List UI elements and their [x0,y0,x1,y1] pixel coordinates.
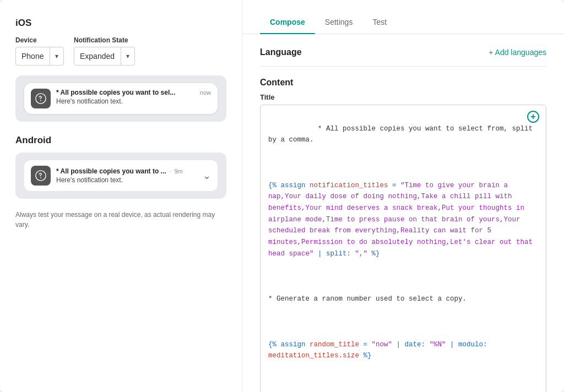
language-row: Language + Add languages [260,47,546,67]
ios-notif-title: * All possible copies you want to sel... [56,89,175,96]
android-notif-body: Here's notification text. [56,176,197,184]
android-expand-icon: ⌄ [203,170,211,182]
language-label: Language [260,47,302,57]
device-chevron-icon: ▾ [50,52,63,60]
android-notif-title: * All possible copies you want to ... [56,167,166,175]
code-modulo: | modulo: [446,341,492,349]
code-split: | split: [314,250,355,258]
code-str-2: "now" [372,341,393,349]
ios-title: iOS [15,18,226,29]
android-app-icon [31,166,51,186]
code-str-1: "Time to give your brain a nap,Your dail… [268,182,537,258]
svg-point-0 [36,94,46,104]
ios-app-icon [31,89,51,108]
title-field-label: Title [260,93,546,101]
code-assign-2: {% assign [268,341,310,349]
android-notif-content: * All possible copies you want to ... · … [56,167,197,184]
tab-settings[interactable]: Settings [315,11,363,34]
state-select[interactable]: Expanded Collapsed [74,48,121,64]
code-eq2: = [359,341,372,349]
title-code-content[interactable]: * All possible copies you want to select… [268,112,538,392]
comment-2: * Generate a ranom number used to select… [268,295,467,303]
android-notif-time: 9m [174,168,182,175]
ios-notif-body: Here's notification text. [56,97,211,105]
comment-1: * All possible copies you want to select… [268,125,537,144]
code-pipe: | date: [392,341,430,349]
content-title: Content [260,78,546,88]
content-section: Content Title + * All possible copies yo… [260,78,546,392]
right-content: Language + Add languages Content Title +… [242,34,564,392]
android-notif-top: * All possible copies you want to ... · … [56,167,197,175]
svg-point-1 [40,100,41,101]
state-control-group: Notification State Expanded Collapsed ▾ [74,36,135,66]
add-languages-button[interactable]: + Add languages [489,48,546,57]
code-end2: %} [359,352,372,360]
android-title: Android [15,135,226,146]
ios-notif-top-row: * All possible copies you want to sel...… [56,89,211,96]
tab-test[interactable]: Test [362,11,397,34]
state-label: Notification State [74,36,135,44]
svg-point-3 [40,177,41,178]
title-textarea-wrap: + * All possible copies you want to sele… [260,105,546,392]
code-eq: = [388,182,401,189]
ios-notif-time: now [200,89,211,96]
device-select[interactable]: Phone Tablet [16,48,50,64]
android-notification-bubble: * All possible copies you want to ... · … [24,160,218,191]
device-select-wrap[interactable]: Phone Tablet ▾ [15,47,64,66]
android-preview: * All possible copies you want to ... · … [15,153,226,199]
code-var-2: random_title [310,341,359,349]
code-var-1: notification_titles [310,182,388,189]
code-var-3: meditation_titles.size [268,352,359,360]
code-comma: "," [355,250,368,258]
disclaimer-text: Always test your message on a real devic… [15,210,226,230]
ios-notif-content: * All possible copies you want to sel...… [56,89,211,105]
state-chevron-icon: ▾ [121,52,134,60]
code-assign-1: {% assign [268,182,310,189]
right-panel: Compose Settings Test Language + Add lan… [242,0,564,392]
left-panel: iOS Device Phone Tablet ▾ Notification S… [0,0,242,392]
code-end1: %} [367,250,380,258]
ios-preview: * All possible copies you want to sel...… [15,75,226,122]
state-select-wrap[interactable]: Expanded Collapsed ▾ [74,47,135,66]
svg-point-2 [36,171,46,181]
device-control-group: Device Phone Tablet ▾ [15,36,64,66]
device-label: Device [15,36,64,44]
code-str-3: "%N" [430,341,446,349]
tabs-bar: Compose Settings Test [242,11,564,34]
ios-notification-bubble: * All possible copies you want to sel...… [24,83,218,114]
controls-row: Device Phone Tablet ▾ Notification State… [15,36,226,66]
tab-compose[interactable]: Compose [260,11,315,34]
add-copy-button[interactable]: + [527,111,539,123]
android-dot: · [170,168,171,175]
